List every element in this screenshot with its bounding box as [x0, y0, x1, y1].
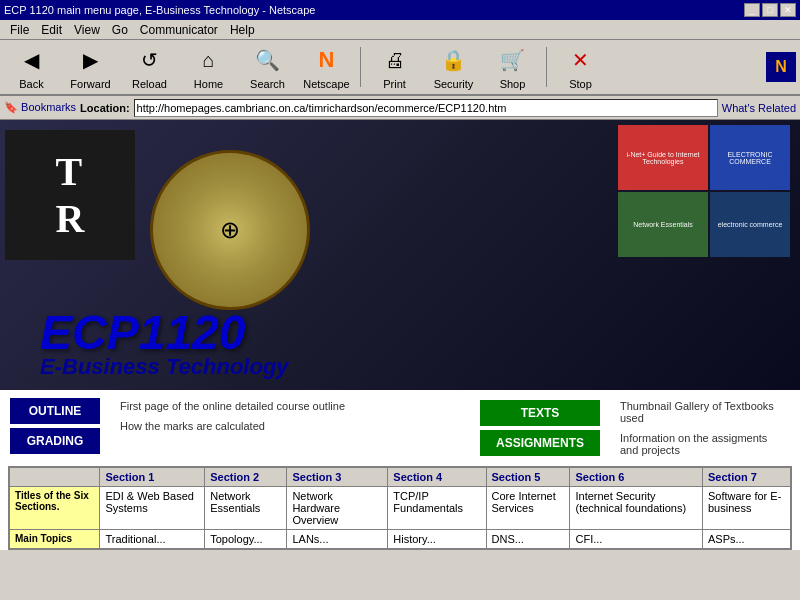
table-row-1: Titles of the Six Sections. EDI & Web Ba…	[10, 487, 791, 530]
row1-cell-2: Network Essentials	[205, 487, 287, 530]
window-controls[interactable]: _ □ ✕	[744, 3, 796, 17]
hero-section: TR ⊕ i-Net+ Guide to Internet Technologi…	[0, 120, 800, 390]
book-1: i-Net+ Guide to Internet Technologies	[618, 125, 708, 190]
location-label: Location:	[80, 102, 130, 114]
menu-communicator[interactable]: Communicator	[134, 22, 224, 38]
row1-cell-1: EDI & Web Based Systems	[100, 487, 205, 530]
col-header-3: Section 3	[287, 468, 388, 487]
netscape-logo: N	[766, 52, 796, 82]
netscape-icon: N	[311, 44, 343, 76]
outline-button[interactable]: OUTLINE	[10, 398, 100, 424]
action-buttons-center: TEXTS ASSIGNMENTS	[480, 398, 600, 458]
location-input[interactable]	[134, 99, 718, 117]
book-2: ELECTRONIC COMMERCE	[710, 125, 790, 190]
home-button[interactable]: ⌂ Home	[181, 42, 236, 92]
menu-view[interactable]: View	[68, 22, 106, 38]
row2-header: Main Topics	[10, 530, 100, 549]
window-title: ECP 1120 main menu page, E-Business Tech…	[4, 4, 315, 16]
col-header-5: Section 5	[486, 468, 570, 487]
print-icon: 🖨	[379, 44, 411, 76]
book-covers: i-Net+ Guide to Internet Technologies EL…	[618, 125, 790, 257]
print-button[interactable]: 🖨 Print	[367, 42, 422, 92]
security-button[interactable]: 🔒 Security	[426, 42, 481, 92]
assignments-desc: Information on the assigments and projec…	[620, 432, 780, 456]
stop-icon: ✕	[565, 44, 597, 76]
menu-go[interactable]: Go	[106, 22, 134, 38]
forward-button[interactable]: ▶ Forward	[63, 42, 118, 92]
bookmarks-link[interactable]: 🔖 Bookmarks	[4, 101, 76, 114]
row1-header: Titles of the Six Sections.	[10, 487, 100, 530]
col-header-4: Section 4	[388, 468, 486, 487]
outline-desc: First page of the online detailed course…	[120, 400, 460, 412]
row2-cell-3: LANs...	[287, 530, 388, 549]
row2-cell-4: History...	[388, 530, 486, 549]
back-icon: ◀	[16, 44, 48, 76]
grading-button[interactable]: GRADING	[10, 428, 100, 454]
reload-button[interactable]: ↺ Reload	[122, 42, 177, 92]
close-button[interactable]: ✕	[780, 3, 796, 17]
book-4: electronic commerce	[710, 192, 790, 257]
toolbar-separator-2	[546, 47, 547, 87]
row2-cell-2: Topology...	[205, 530, 287, 549]
action-desc-right: Thumbnail Gallery of Textbooks used Info…	[610, 398, 790, 458]
home-icon: ⌂	[193, 44, 225, 76]
col-header-0	[10, 468, 100, 487]
action-buttons-left: OUTLINE GRADING	[10, 398, 100, 458]
menu-help[interactable]: Help	[224, 22, 261, 38]
row1-cell-4: TCP/IP Fundamentals	[388, 487, 486, 530]
search-button[interactable]: 🔍 Search	[240, 42, 295, 92]
toolbar: ◀ Back ▶ Forward ↺ Reload ⌂ Home 🔍 Searc…	[0, 40, 800, 96]
menu-bar: File Edit View Go Communicator Help	[0, 20, 800, 40]
security-icon: 🔒	[438, 44, 470, 76]
col-header-7: Section 7	[702, 468, 790, 487]
row2-cell-7: ASPs...	[702, 530, 790, 549]
texts-desc: Thumbnail Gallery of Textbooks used	[620, 400, 780, 424]
netscape-button[interactable]: N Netscape	[299, 42, 354, 92]
search-icon: 🔍	[252, 44, 284, 76]
site-logo: TR	[5, 130, 135, 260]
forward-icon: ▶	[75, 44, 107, 76]
col-header-2: Section 2	[205, 468, 287, 487]
minimize-button[interactable]: _	[744, 3, 760, 17]
row2-cell-5: DNS...	[486, 530, 570, 549]
row2-cell-6: CFI...	[570, 530, 703, 549]
texts-button[interactable]: TEXTS	[480, 400, 600, 426]
toolbar-separator	[360, 47, 361, 87]
assignments-button[interactable]: ASSIGNMENTS	[480, 430, 600, 456]
shop-icon: 🛒	[497, 44, 529, 76]
hero-title: ECP1120	[40, 305, 245, 360]
action-row: OUTLINE GRADING First page of the online…	[0, 390, 800, 466]
logo-text: TR	[56, 148, 85, 242]
book-3: Network Essentials	[618, 192, 708, 257]
back-button[interactable]: ◀ Back	[4, 42, 59, 92]
row2-cell-1: Traditional...	[100, 530, 205, 549]
row1-cell-6: Internet Security (technical foundations…	[570, 487, 703, 530]
reload-icon: ↺	[134, 44, 166, 76]
col-header-6: Section 6	[570, 468, 703, 487]
hero-subtitle: E-Business Technology	[40, 354, 289, 380]
location-bar: 🔖 Bookmarks Location: What's Related	[0, 96, 800, 120]
menu-file[interactable]: File	[4, 22, 35, 38]
menu-edit[interactable]: Edit	[35, 22, 68, 38]
whats-related-link[interactable]: What's Related	[722, 102, 796, 114]
col-header-1: Section 1	[100, 468, 205, 487]
title-bar: ECP 1120 main menu page, E-Business Tech…	[0, 0, 800, 20]
action-desc-left: First page of the online detailed course…	[110, 398, 470, 458]
compass-image: ⊕	[150, 150, 310, 310]
stop-button[interactable]: ✕ Stop	[553, 42, 608, 92]
row1-cell-7: Software for E-business	[702, 487, 790, 530]
sections-table: Section 1 Section 2 Section 3 Section 4 …	[8, 466, 792, 550]
main-content: TR ⊕ i-Net+ Guide to Internet Technologi…	[0, 120, 800, 550]
table-row-2: Main Topics Traditional... Topology... L…	[10, 530, 791, 549]
maximize-button[interactable]: □	[762, 3, 778, 17]
row1-cell-5: Core Internet Services	[486, 487, 570, 530]
shop-button[interactable]: 🛒 Shop	[485, 42, 540, 92]
grading-desc: How the marks are calculated	[120, 420, 460, 432]
row1-cell-3: Network Hardware Overview	[287, 487, 388, 530]
